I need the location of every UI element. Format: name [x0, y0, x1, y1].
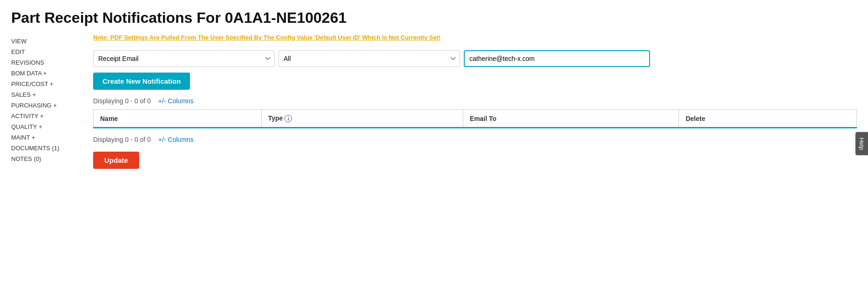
table-header-cell: Delete — [679, 110, 857, 128]
sidebar-item[interactable]: NOTES (0) — [11, 154, 86, 164]
sidebar-item[interactable]: REVISIONS — [11, 57, 86, 68]
sidebar-item[interactable]: PURCHASING + — [11, 100, 86, 111]
notice-text[interactable]: Note: PDF Settings Are Pulled From The U… — [93, 34, 857, 41]
sidebar-item[interactable]: SALES + — [11, 89, 86, 100]
create-notification-button[interactable]: Create New Notification — [93, 73, 190, 90]
email-input[interactable] — [464, 50, 650, 67]
display-row-bottom: Displaying 0 - 0 of 0 +/- Columns — [93, 136, 857, 143]
sidebar-item[interactable]: EDIT — [11, 47, 86, 57]
display-row-top: Displaying 0 - 0 of 0 +/- Columns — [93, 97, 857, 105]
table-header-cell: Name — [94, 110, 262, 128]
sidebar: VIEWEDITREVISIONSBOM DATA +PRICE/COST +S… — [11, 34, 86, 169]
table-header: NameTypeiEmail ToDelete — [94, 110, 857, 128]
notifications-table: NameTypeiEmail ToDelete — [93, 109, 857, 128]
page-title: Part Receipt Notifications For 0A1A1-NE1… — [11, 9, 857, 27]
columns-link-top[interactable]: +/- Columns — [158, 97, 194, 105]
main-content: Note: PDF Settings Are Pulled From The U… — [86, 34, 857, 169]
table-header-cell: Email To — [463, 110, 679, 128]
filter-row: Receipt EmailShip EmailInvoice Email All… — [93, 50, 857, 67]
display-count-top: Displaying 0 - 0 of 0 — [93, 97, 151, 105]
sidebar-item[interactable]: QUALITY + — [11, 121, 86, 132]
sidebar-item[interactable]: ACTIVITY + — [11, 111, 86, 121]
sidebar-item[interactable]: MAINT + — [11, 132, 86, 143]
info-icon[interactable]: i — [285, 115, 292, 122]
sidebar-item[interactable]: DOCUMENTS (1) — [11, 143, 86, 154]
update-button[interactable]: Update — [93, 152, 139, 169]
sidebar-item[interactable]: PRICE/COST + — [11, 79, 86, 89]
sidebar-item[interactable]: VIEW — [11, 36, 86, 47]
type-select[interactable]: Receipt EmailShip EmailInvoice Email — [93, 50, 275, 67]
sidebar-item[interactable]: BOM DATA + — [11, 68, 86, 79]
display-count-bottom: Displaying 0 - 0 of 0 — [93, 136, 151, 143]
help-tab[interactable]: Help — [855, 132, 868, 155]
columns-link-bottom[interactable]: +/- Columns — [158, 136, 194, 143]
table-header-cell: Typei — [261, 110, 463, 128]
all-select[interactable]: AllActiveInactive — [278, 50, 460, 67]
